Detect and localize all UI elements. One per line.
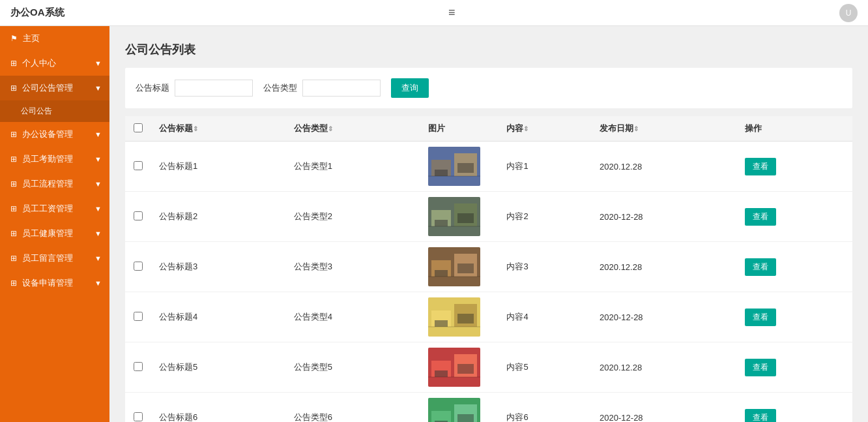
cell-type: 公告类型5 bbox=[286, 342, 421, 393]
view-button[interactable]: 查看 bbox=[745, 409, 776, 423]
cell-action: 查看 bbox=[737, 342, 852, 393]
chevron-down-icon-4: ▼ bbox=[94, 155, 102, 163]
sidebar-item-personal[interactable]: ⊞ 个人中心 ▼ bbox=[0, 51, 109, 76]
sidebar-item-announcements[interactable]: ⊞ 公司公告管理 ▼ bbox=[0, 76, 109, 100]
chevron-down-icon-5: ▼ bbox=[94, 180, 102, 188]
sidebar-item-process[interactable]: ⊞ 员工流程管理 ▼ bbox=[0, 172, 109, 196]
cell-type: 公告类型3 bbox=[286, 242, 421, 292]
cell-date: 2020-12-28 bbox=[592, 292, 737, 342]
cell-action: 查看 bbox=[737, 292, 852, 342]
search-input-type[interactable] bbox=[302, 80, 381, 97]
chevron-down-icon-8: ▼ bbox=[94, 254, 102, 262]
search-label-type: 公告类型 bbox=[263, 82, 297, 94]
sidebar-item-equipment[interactable]: ⊞ 办公设备管理 ▼ bbox=[0, 122, 109, 147]
view-button[interactable]: 查看 bbox=[745, 258, 776, 276]
table-row: 公告标题2 公告类型2 内容2 2020-12-28 查看 bbox=[125, 192, 852, 242]
grid-icon-2: ⊞ bbox=[10, 83, 17, 93]
sidebar-item-label: 员工流程管理 bbox=[22, 178, 73, 190]
cell-date: 2020.12.28 bbox=[592, 342, 737, 393]
cell-image bbox=[420, 292, 499, 342]
th-type: 公告类型⇕ bbox=[286, 116, 421, 142]
sidebar-item-attendance[interactable]: ⊞ 员工考勤管理 ▼ bbox=[0, 147, 109, 172]
row-checkbox[interactable] bbox=[134, 211, 143, 220]
cell-date: 2020-12-28 bbox=[592, 393, 737, 423]
view-button[interactable]: 查看 bbox=[745, 359, 776, 376]
svg-rect-9 bbox=[435, 220, 448, 226]
sidebar-item-label: 员工考勤管理 bbox=[22, 153, 73, 165]
cell-action: 查看 bbox=[737, 242, 852, 292]
grid-icon: ⊞ bbox=[10, 59, 17, 68]
sort-icon-type: ⇕ bbox=[328, 125, 333, 132]
row-checkbox-cell bbox=[125, 393, 151, 423]
cell-action: 查看 bbox=[737, 142, 852, 192]
sidebar-item-label: 个人中心 bbox=[22, 57, 56, 69]
th-date: 发布日期⇕ bbox=[592, 116, 737, 142]
sidebar-item-label: 员工健康管理 bbox=[22, 228, 73, 239]
cell-content: 内容2 bbox=[499, 192, 592, 242]
page-title: 公司公告列表 bbox=[125, 42, 852, 57]
sidebar-item-health[interactable]: ⊞ 员工健康管理 ▼ bbox=[0, 221, 109, 246]
row-checkbox[interactable] bbox=[134, 161, 143, 170]
cell-image bbox=[420, 192, 499, 242]
image-placeholder bbox=[428, 348, 480, 387]
select-all-checkbox[interactable] bbox=[134, 123, 143, 132]
chevron-down-icon-9: ▼ bbox=[94, 279, 102, 287]
row-checkbox-cell bbox=[125, 292, 151, 342]
cell-type: 公告类型6 bbox=[286, 393, 421, 423]
app-title: 办公OA系统 bbox=[10, 7, 65, 19]
th-action: 操作 bbox=[737, 116, 852, 142]
sidebar-item-salary[interactable]: ⊞ 员工工资管理 ▼ bbox=[0, 196, 109, 221]
sort-icon-content: ⇕ bbox=[523, 125, 528, 132]
grid-icon-8: ⊞ bbox=[10, 254, 17, 263]
sidebar-item-label: 办公设备管理 bbox=[22, 128, 73, 140]
sidebar-item-label: 公司公告管理 bbox=[22, 82, 73, 94]
sidebar: ⚑ 主页 ⊞ 个人中心 ▼ ⊞ 公司公告管理 ▼ 公司公告 ⊞ 办公设备管理 ▼… bbox=[0, 26, 109, 422]
svg-rect-4 bbox=[457, 163, 474, 173]
query-button[interactable]: 查询 bbox=[391, 78, 429, 98]
view-button[interactable]: 查看 bbox=[745, 158, 776, 175]
grid-icon-5: ⊞ bbox=[10, 179, 17, 188]
avatar[interactable]: U bbox=[839, 4, 858, 22]
grid-icon-7: ⊞ bbox=[10, 229, 17, 238]
menu-icon[interactable]: ≡ bbox=[448, 6, 456, 20]
image-placeholder bbox=[428, 297, 480, 337]
sidebar-item-label: 设备申请管理 bbox=[22, 277, 73, 289]
row-checkbox[interactable] bbox=[134, 312, 143, 321]
search-input-title[interactable] bbox=[175, 80, 253, 97]
row-checkbox[interactable] bbox=[134, 362, 143, 371]
cell-date: 2020-12-28 bbox=[592, 192, 737, 242]
sort-icon-date: ⇕ bbox=[633, 125, 639, 132]
view-button[interactable]: 查看 bbox=[745, 208, 776, 226]
table-row: 公告标题5 公告类型5 内容5 2020.12.28 查看 bbox=[125, 342, 852, 393]
cell-title: 公告标题1 bbox=[151, 142, 286, 192]
grid-icon-3: ⊞ bbox=[10, 130, 17, 139]
row-checkbox[interactable] bbox=[134, 412, 143, 421]
sidebar-subitem-notice[interactable]: 公司公告 bbox=[0, 100, 109, 122]
cell-date: 2020.12.28 bbox=[592, 142, 737, 192]
row-checkbox[interactable] bbox=[134, 262, 143, 271]
svg-rect-15 bbox=[435, 270, 448, 277]
view-button[interactable]: 查看 bbox=[745, 309, 776, 326]
cell-content: 内容3 bbox=[499, 242, 592, 292]
sidebar-item-device-apply[interactable]: ⊞ 设备申请管理 ▼ bbox=[0, 271, 109, 295]
cell-type: 公告类型1 bbox=[286, 142, 421, 192]
th-content: 内容⇕ bbox=[499, 116, 592, 142]
svg-rect-3 bbox=[435, 170, 448, 176]
grid-icon-9: ⊞ bbox=[10, 279, 17, 288]
sidebar-item-label: 员工工资管理 bbox=[22, 203, 73, 215]
cell-image bbox=[420, 242, 499, 292]
cell-image bbox=[420, 342, 499, 393]
cell-title: 公告标题4 bbox=[151, 292, 286, 342]
cell-action: 查看 bbox=[737, 192, 852, 242]
row-checkbox-cell bbox=[125, 242, 151, 292]
table-row: 公告标题3 公告类型3 内容3 2020.12.28 查看 bbox=[125, 242, 852, 292]
th-title: 公告标题⇕ bbox=[151, 116, 286, 142]
image-placeholder bbox=[428, 147, 480, 186]
sidebar-item-message[interactable]: ⊞ 员工留言管理 ▼ bbox=[0, 246, 109, 271]
sidebar-item-home[interactable]: ⚑ 主页 bbox=[0, 26, 109, 51]
image-placeholder bbox=[428, 247, 480, 286]
svg-rect-31 bbox=[431, 411, 451, 422]
svg-rect-21 bbox=[435, 320, 448, 327]
cell-type: 公告类型4 bbox=[286, 292, 421, 342]
sort-icon-title: ⇕ bbox=[193, 125, 198, 132]
